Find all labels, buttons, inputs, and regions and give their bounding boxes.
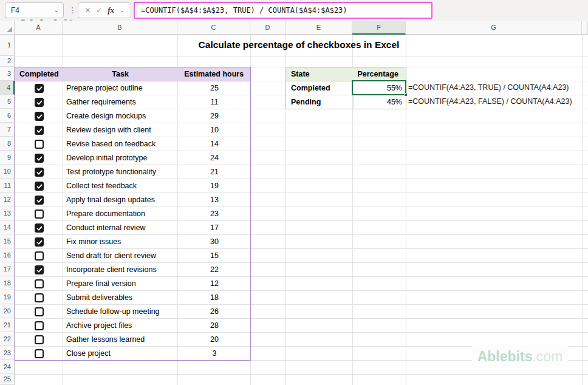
checkbox-unchecked-icon[interactable] [35, 279, 44, 288]
row-header-3[interactable]: 3 [0, 67, 15, 81]
task-cell[interactable]: Submit deliverables [63, 291, 178, 305]
completed-cell[interactable] [15, 235, 63, 249]
completed-cell[interactable] [15, 249, 63, 263]
chevron-down-icon[interactable]: ⌄ [54, 3, 59, 18]
header-task[interactable]: Task [63, 67, 178, 81]
hours-cell[interactable]: 21 [178, 165, 251, 179]
checkbox-checked-icon[interactable] [35, 196, 44, 205]
header-percentage[interactable]: Percentage [352, 67, 406, 81]
task-cell[interactable]: Develop initial prototype [63, 151, 178, 165]
row-header-1[interactable]: 1 [0, 35, 15, 56]
state-cell[interactable]: Completed [286, 81, 353, 95]
row-header-24[interactable]: 24 [0, 360, 15, 374]
column-header-C[interactable]: C [177, 21, 250, 35]
completed-cell[interactable] [15, 137, 63, 151]
header-state[interactable]: State [286, 67, 352, 81]
task-cell[interactable]: Gather lessons learned [63, 333, 178, 347]
checkbox-unchecked-icon[interactable] [35, 335, 44, 344]
percentage-cell[interactable]: 45% [353, 95, 406, 109]
row-header-8[interactable]: 8 [0, 137, 15, 151]
checkbox-unchecked-icon[interactable] [35, 140, 44, 149]
column-header-E[interactable]: E [285, 21, 352, 35]
column-header-H-partial[interactable] [582, 21, 588, 35]
sheet-title-cell[interactable]: Calculate percentage of checkboxes in Ex… [199, 39, 400, 50]
column-header-A[interactable]: A [15, 21, 63, 35]
row-header-23[interactable]: 23 [0, 346, 15, 360]
column-header-B[interactable]: B [63, 21, 177, 35]
task-cell[interactable]: Create design mockups [63, 109, 178, 123]
hours-cell[interactable]: 3 [178, 347, 251, 361]
row-header-15[interactable]: 15 [0, 234, 15, 248]
row-header-10[interactable]: 10 [0, 165, 15, 179]
task-cell[interactable]: Prepare project outline [63, 81, 178, 95]
checkbox-checked-icon[interactable] [35, 98, 44, 107]
hours-cell[interactable]: 18 [178, 291, 251, 305]
checkbox-unchecked-icon[interactable] [35, 307, 44, 316]
checkbox-checked-icon[interactable] [35, 168, 44, 177]
summary-table-header[interactable]: State Percentage [286, 67, 406, 81]
hours-cell[interactable]: 11 [178, 95, 251, 109]
row-header-9[interactable]: 9 [0, 151, 15, 165]
hours-cell[interactable]: 25 [178, 81, 251, 95]
completed-cell[interactable] [15, 291, 63, 305]
hours-cell[interactable]: 15 [178, 249, 251, 263]
task-table-header[interactable]: Completed Task Estimated hours [15, 67, 250, 81]
row-header-2[interactable]: 2 [0, 56, 15, 67]
completed-cell[interactable] [15, 109, 63, 123]
completed-cell[interactable] [15, 207, 63, 221]
completed-cell[interactable] [15, 263, 63, 277]
task-cell[interactable]: Collect test feedback [63, 179, 178, 193]
task-cell[interactable]: Send draft for client review [63, 249, 178, 263]
row-header-16[interactable]: 16 [0, 248, 15, 262]
row-header-13[interactable]: 13 [0, 206, 15, 220]
hours-cell[interactable]: 13 [178, 193, 251, 207]
completed-cell[interactable] [15, 221, 63, 235]
checkbox-checked-icon[interactable] [35, 265, 44, 274]
checkbox-checked-icon[interactable] [35, 154, 44, 163]
row-header-4[interactable]: 4 [0, 81, 15, 95]
enter-icon[interactable]: ✓ [96, 6, 102, 15]
task-cell[interactable]: Apply final design updates [63, 193, 178, 207]
column-header-D[interactable]: D [250, 21, 285, 35]
row-header-5[interactable]: 5 [0, 95, 15, 109]
row-header-11[interactable]: 11 [0, 179, 15, 192]
hours-cell[interactable]: 12 [178, 277, 251, 291]
hours-cell[interactable]: 17 [178, 221, 251, 235]
hours-cell[interactable]: 29 [178, 109, 251, 123]
hours-cell[interactable]: 22 [178, 263, 251, 277]
hours-cell[interactable]: 30 [178, 235, 251, 249]
checkbox-unchecked-icon[interactable] [35, 349, 44, 358]
completed-cell[interactable] [15, 319, 63, 333]
formula-input[interactable]: =COUNTIF($A$4:$A$23, TRUE) / COUNTA($A$4… [134, 2, 432, 19]
header-estimated-hours[interactable]: Estimated hours [177, 67, 250, 81]
cancel-icon[interactable]: ✕ [84, 6, 91, 15]
completed-cell[interactable] [15, 81, 63, 95]
row-header-7[interactable]: 7 [0, 123, 15, 137]
task-cell[interactable]: Incorporate client revisions [63, 263, 178, 277]
task-cell[interactable]: Review design with client [63, 123, 178, 137]
hours-cell[interactable]: 14 [178, 137, 251, 151]
task-cell[interactable]: Revise based on feedback [63, 137, 178, 151]
checkbox-checked-icon[interactable] [35, 182, 44, 191]
completed-cell[interactable] [15, 277, 63, 291]
completed-cell[interactable] [15, 165, 63, 179]
task-cell[interactable]: Prepare final version [63, 277, 178, 291]
checkbox-checked-icon[interactable] [35, 112, 44, 121]
row-header-22[interactable]: 22 [0, 332, 15, 346]
formula-annotation-cell[interactable]: =COUNTIF(A4:A23, TRUE) / COUNTA(A4:A23) [408, 81, 584, 95]
checkbox-checked-icon[interactable] [35, 223, 44, 233]
insert-function-icon[interactable]: fx [108, 5, 114, 15]
checkbox-checked-icon[interactable] [35, 237, 44, 247]
completed-cell[interactable] [15, 123, 63, 137]
hours-cell[interactable]: 26 [178, 305, 251, 319]
completed-cell[interactable] [15, 151, 63, 165]
task-cell[interactable]: Close project [63, 347, 178, 361]
row-header-6[interactable]: 6 [0, 109, 15, 123]
completed-cell[interactable] [15, 305, 63, 319]
checkbox-checked-icon[interactable] [35, 126, 44, 135]
header-completed[interactable]: Completed [15, 67, 63, 81]
completed-cell[interactable] [15, 333, 63, 347]
row-header-17[interactable]: 17 [0, 262, 15, 276]
row-header-21[interactable]: 21 [0, 318, 15, 332]
row-header-25[interactable]: 25 [0, 374, 15, 385]
